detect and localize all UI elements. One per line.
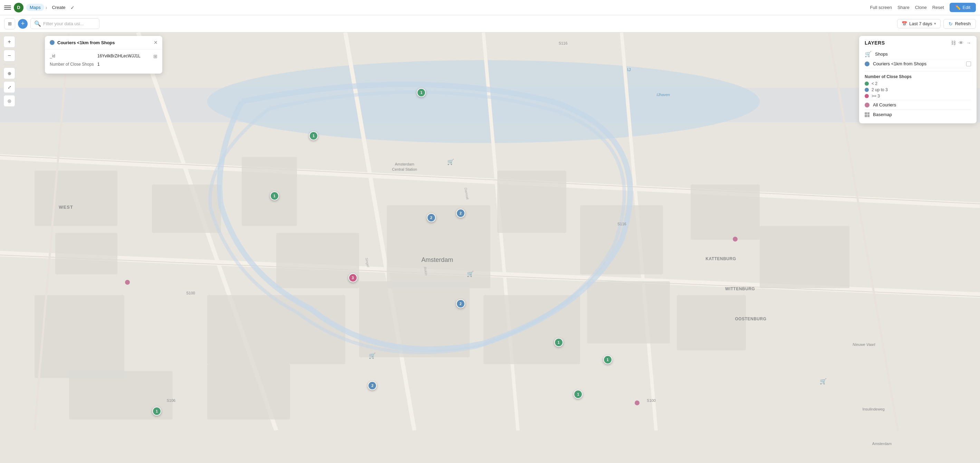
topbar: D Maps › Create ✓ Full screen Share Clon… (0, 0, 490, 15)
search-icon: 🔍 (34, 21, 41, 27)
lasso-button[interactable]: ◎ (3, 95, 15, 107)
map-area[interactable]: S116 IJ IJhaven AmsterdamCentral Station… (0, 32, 490, 232)
popup-title: Couriers <1km from Shops (57, 40, 115, 45)
filterbar: ⊞ + 🔍 Filter your data usi... 📅 Last 7 d… (0, 15, 490, 32)
compass-button[interactable]: ⊕ (3, 67, 15, 79)
popup-close-button[interactable]: × (154, 39, 158, 46)
marker-green-1[interactable]: 1 (309, 131, 318, 140)
search-input[interactable]: Filter your data usi... (43, 21, 84, 26)
marker-green-2[interactable]: 1 (270, 192, 279, 200)
zoom-in-button[interactable]: + (3, 36, 15, 48)
map-controls: + − ⊕ ⤢ ◎ (3, 36, 15, 107)
svg-rect-14 (242, 157, 297, 226)
avatar: D (14, 3, 24, 13)
breadcrumb-maps[interactable]: Maps (26, 4, 44, 11)
popup-filter-icon[interactable]: ⊞ (153, 54, 158, 59)
menu-icon[interactable] (4, 4, 11, 11)
popup-id-key: _id (50, 54, 95, 58)
svg-rect-16 (387, 205, 490, 232)
topbar-left: D Maps › Create ✓ (4, 3, 75, 13)
popup-title-row: Couriers <1km from Shops (50, 40, 115, 45)
popup-body: _id 16YvilkBrZiHLecWJJ1L ⊞ Number of Clo… (45, 49, 162, 73)
add-button[interactable]: + (18, 19, 28, 29)
popup-row-id: _id 16YvilkBrZiHLecWJJ1L ⊞ (50, 54, 158, 59)
popup-shops-key: Number of Close Shops (50, 62, 95, 67)
zoom-out-button[interactable]: − (3, 50, 15, 62)
popup-shops-val: 1 (97, 62, 158, 67)
popup-dot-icon (50, 40, 54, 45)
filterbar-left: ⊞ + 🔍 Filter your data usi... (4, 18, 99, 29)
popup-header: Couriers <1km from Shops × (45, 36, 162, 49)
breadcrumb-arrow: › (46, 5, 47, 10)
breadcrumb: Maps › Create ✓ (26, 4, 75, 11)
check-icon: ✓ (70, 5, 75, 10)
filter-toggle-button[interactable]: ⊞ (4, 18, 15, 29)
marker-blue-1[interactable]: 2 (427, 213, 436, 222)
svg-rect-11 (35, 171, 118, 226)
marker-green-3[interactable]: 1 (417, 88, 426, 97)
popup-id-val: 16YvilkBrZiHLecWJJ1L (97, 54, 151, 58)
popup-row-shops: Number of Close Shops 1 (50, 62, 158, 67)
search-box[interactable]: 🔍 Filter your data usi... (30, 18, 99, 29)
marker-blue-2[interactable]: 2 (456, 209, 465, 218)
courier-popup: Couriers <1km from Shops × _id 16YvilkBr… (45, 36, 162, 73)
breadcrumb-create[interactable]: Create (48, 4, 69, 11)
expand-button[interactable]: ⤢ (3, 81, 15, 93)
shop-icon-1[interactable]: 🛒 (447, 158, 454, 165)
filter-icon: ⊞ (8, 21, 12, 26)
